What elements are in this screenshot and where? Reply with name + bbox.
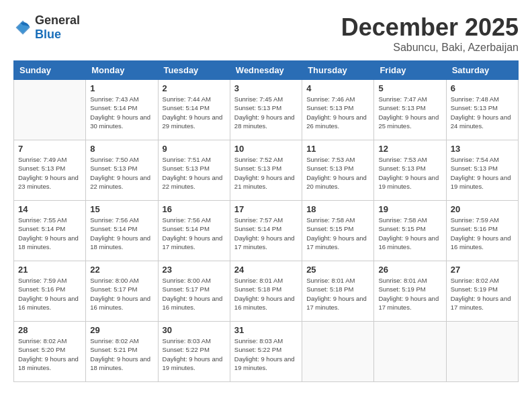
sunset: Sunset: 5:15 PM [306,225,353,232]
daylight: Daylight: 9 hours and 19 minutes. [378,174,439,190]
daylight: Daylight: 9 hours and 16 minutes. [234,295,295,311]
sunset: Sunset: 5:16 PM [18,285,65,293]
sunrise: Sunrise: 7:48 AM [451,95,499,103]
logo: General Blue [13,13,80,42]
calendar-cell-5: 5 Sunrise: 7:47 AM Sunset: 5:13 PM Dayli… [374,80,446,140]
cell-info: Sunrise: 7:59 AM Sunset: 5:16 PM Dayligh… [18,276,81,312]
sunrise: Sunrise: 7:44 AM [163,95,211,103]
daylight: Daylight: 9 hours and 17 minutes. [451,295,511,311]
daylight: Daylight: 9 hours and 24 minutes. [451,113,511,130]
calendar-cell-19: 19 Sunrise: 7:58 AM Sunset: 5:15 PM Dayl… [374,201,446,261]
cell-date: 15 [90,204,153,214]
sunrise: Sunrise: 7:47 AM [378,95,427,103]
sunrise: Sunrise: 8:03 AM [163,337,211,345]
cell-date: 8 [90,144,153,154]
calendar-cell-18: 18 Sunrise: 7:58 AM Sunset: 5:15 PM Dayl… [302,201,374,261]
sunset: Sunset: 5:13 PM [451,165,498,172]
daylight: Daylight: 9 hours and 22 minutes. [90,174,150,190]
cell-info: Sunrise: 8:03 AM Sunset: 5:22 PM Dayligh… [163,336,226,372]
sunset: Sunset: 5:21 PM [90,346,137,353]
logo-text: General Blue [35,13,80,42]
sunset: Sunset: 5:14 PM [234,225,281,232]
sunset: Sunset: 5:13 PM [306,104,353,111]
cell-info: Sunrise: 7:50 AM Sunset: 5:13 PM Dayligh… [90,155,153,191]
calendar-cell-29: 29 Sunrise: 8:02 AM Sunset: 5:21 PM Dayl… [86,322,158,382]
cell-info: Sunrise: 7:51 AM Sunset: 5:13 PM Dayligh… [163,155,226,191]
sunrise: Sunrise: 7:43 AM [90,95,138,103]
cell-date: 22 [90,265,153,275]
cell-date: 7 [18,144,81,154]
cell-info: Sunrise: 8:01 AM Sunset: 5:18 PM Dayligh… [234,276,298,312]
cell-info: Sunrise: 7:55 AM Sunset: 5:14 PM Dayligh… [18,216,81,251]
daylight: Daylight: 9 hours and 18 minutes. [90,234,150,250]
calendar-cell-9: 9 Sunrise: 7:51 AM Sunset: 5:13 PM Dayli… [158,140,230,201]
sunset: Sunset: 5:18 PM [306,285,353,293]
calendar-cell-22: 22 Sunrise: 8:00 AM Sunset: 5:17 PM Dayl… [86,261,158,322]
cell-info: Sunrise: 7:48 AM Sunset: 5:13 PM Dayligh… [451,95,514,130]
cell-info: Sunrise: 7:44 AM Sunset: 5:14 PM Dayligh… [163,95,226,130]
cell-date: 4 [306,83,369,93]
cell-date: 25 [306,265,369,275]
daylight: Daylight: 9 hours and 26 minutes. [306,113,367,130]
cell-date: 27 [451,265,514,275]
cell-date: 24 [234,265,298,275]
cell-info: Sunrise: 7:56 AM Sunset: 5:14 PM Dayligh… [163,216,226,251]
calendar-cell-2: 2 Sunrise: 7:44 AM Sunset: 5:14 PM Dayli… [158,80,230,140]
calendar-cell-17: 17 Sunrise: 7:57 AM Sunset: 5:14 PM Dayl… [230,201,302,261]
cell-info: Sunrise: 7:53 AM Sunset: 5:13 PM Dayligh… [306,155,369,191]
cell-date: 31 [234,325,298,335]
day-header-friday: Friday [374,61,446,80]
calendar-cell-28: 28 Sunrise: 8:02 AM Sunset: 5:20 PM Dayl… [14,322,86,382]
sunrise: Sunrise: 7:59 AM [18,277,66,284]
cell-date: 12 [378,144,441,154]
cell-date: 13 [451,144,514,154]
daylight: Daylight: 9 hours and 17 minutes. [234,234,295,250]
sunrise: Sunrise: 7:58 AM [306,216,355,224]
cell-date: 26 [378,265,441,275]
cell-info: Sunrise: 8:00 AM Sunset: 5:17 PM Dayligh… [163,276,226,312]
week-row-3: 14 Sunrise: 7:55 AM Sunset: 5:14 PM Dayl… [14,201,519,261]
empty-cell [14,80,86,140]
daylight: Daylight: 9 hours and 17 minutes. [306,234,367,250]
cell-info: Sunrise: 7:59 AM Sunset: 5:16 PM Dayligh… [451,216,514,251]
title-area: December 2025 Sabuncu, Baki, Azerbaijan [341,13,519,54]
cell-info: Sunrise: 7:45 AM Sunset: 5:13 PM Dayligh… [234,95,298,130]
calendar-table: SundayMondayTuesdayWednesdayThursdayFrid… [13,60,519,382]
cell-date: 14 [18,204,81,214]
cell-info: Sunrise: 8:01 AM Sunset: 5:18 PM Dayligh… [306,276,369,312]
daylight: Daylight: 9 hours and 22 minutes. [163,174,223,190]
sunrise: Sunrise: 7:52 AM [234,156,283,163]
sunset: Sunset: 5:14 PM [18,225,65,232]
daylight: Daylight: 9 hours and 19 minutes. [234,355,295,371]
header: General Blue December 2025 Sabuncu, Baki… [13,13,519,54]
cell-date: 20 [451,204,514,214]
sunset: Sunset: 5:18 PM [234,285,281,293]
day-header-saturday: Saturday [446,61,518,80]
calendar-cell-24: 24 Sunrise: 8:01 AM Sunset: 5:18 PM Dayl… [230,261,302,322]
daylight: Daylight: 9 hours and 20 minutes. [306,174,367,190]
daylight: Daylight: 9 hours and 17 minutes. [163,234,223,250]
day-header-wednesday: Wednesday [230,61,302,80]
calendar-cell-20: 20 Sunrise: 7:59 AM Sunset: 5:16 PM Dayl… [446,201,518,261]
calendar-cell-25: 25 Sunrise: 8:01 AM Sunset: 5:18 PM Dayl… [302,261,374,322]
sunrise: Sunrise: 7:54 AM [451,156,499,163]
cell-date: 21 [18,265,81,275]
daylight: Daylight: 9 hours and 19 minutes. [451,174,511,190]
sunset: Sunset: 5:13 PM [306,165,353,172]
cell-info: Sunrise: 7:56 AM Sunset: 5:14 PM Dayligh… [90,216,153,251]
daylight: Daylight: 9 hours and 16 minutes. [163,295,223,311]
daylight: Daylight: 9 hours and 18 minutes. [90,355,150,371]
cell-date: 16 [163,204,226,214]
calendar-cell-7: 7 Sunrise: 7:49 AM Sunset: 5:13 PM Dayli… [14,140,86,201]
sunrise: Sunrise: 7:57 AM [234,216,283,224]
calendar-cell-11: 11 Sunrise: 7:53 AM Sunset: 5:13 PM Dayl… [302,140,374,201]
sunrise: Sunrise: 7:49 AM [18,156,66,163]
sunrise: Sunrise: 8:01 AM [306,277,355,284]
logo-blue: Blue [35,28,61,41]
sunrise: Sunrise: 7:45 AM [234,95,283,103]
sunset: Sunset: 5:13 PM [234,104,281,111]
calendar-cell-12: 12 Sunrise: 7:53 AM Sunset: 5:13 PM Dayl… [374,140,446,201]
cell-info: Sunrise: 8:01 AM Sunset: 5:19 PM Dayligh… [378,276,441,312]
sunset: Sunset: 5:16 PM [451,225,498,232]
calendar-cell-23: 23 Sunrise: 8:00 AM Sunset: 5:17 PM Dayl… [158,261,230,322]
